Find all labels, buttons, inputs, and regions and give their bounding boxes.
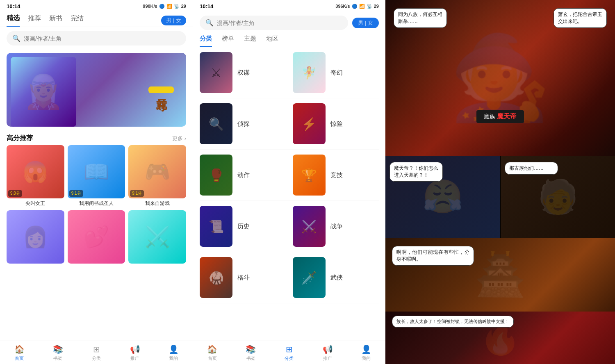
p2-nav-shelf[interactable]: 📚 书架 <box>232 341 270 364</box>
cat-bg-quanmou: ⚔ <box>200 52 232 93</box>
cat-zhanzhen[interactable]: ⚔️ 战争 <box>293 206 379 247</box>
bottom-nav-2: 🏠 首页 📚 书架 ⊞ 分类 📢 推广 👤 我的 <box>193 341 385 364</box>
mine-icon-1: 👤 <box>169 344 179 354</box>
manga-name-2: 我来自游戏 <box>128 200 186 207</box>
search-bar-1[interactable]: 🔍 <box>7 31 186 46</box>
bt-icon-1: 🔵 <box>159 4 165 9</box>
gender-toggle-2[interactable]: 男 | 女 <box>352 18 379 28</box>
cat-name-quanmou: 权谋 <box>237 69 250 77</box>
manga-thumb-0: 😱 9.0分 <box>7 145 64 198</box>
search-input-1[interactable] <box>24 35 180 42</box>
gender-toggle-1[interactable]: 男 | 女 <box>161 16 186 25</box>
battery-1: 29 <box>181 4 186 9</box>
cat-dongzuo[interactable]: 🥊 动作 <box>200 155 286 196</box>
nav-mine-1[interactable]: 👤 我的 <box>154 341 193 364</box>
nav-promo-1[interactable]: 📢 推广 <box>116 341 154 364</box>
cat-thumb-lishi: 📜 <box>200 206 232 247</box>
cat-wuxia[interactable]: 🗡️ 武侠 <box>293 257 379 298</box>
manga-bg-5: ⚔️ <box>128 210 186 264</box>
home-icon-1: 🏠 <box>14 344 25 354</box>
p2-shelf-icon: 📚 <box>246 344 256 354</box>
cat-name-zhentang: 侦探 <box>237 120 250 128</box>
time-1: 10:14 <box>7 3 20 9</box>
cat-gedou[interactable]: 🥋 格斗 <box>200 257 286 298</box>
banner-title: 元尊 <box>148 86 174 93</box>
nav-shelf-1[interactable]: 📚 书架 <box>39 341 77 364</box>
cat-name-qihuan: 奇幻 <box>330 69 343 77</box>
reader-panels: 🧙 同为八族，何必互相厮杀…… 萧玄，把陀舍古帝玉交出来吧。 魔族 魔天帝 😤 <box>385 0 615 364</box>
search-input-2[interactable] <box>217 20 342 26</box>
nav-home-1[interactable]: 🏠 首页 <box>0 341 39 364</box>
nav-shelf-label-1: 书架 <box>53 355 62 362</box>
cat-bg-jingji: 🏆 <box>293 155 326 196</box>
signal-1: 990K/s <box>143 4 157 9</box>
manga-grid-1: 😱 9.0分 尖叫女王 📖 9.1分 我用闲书成圣人 🎮 9.1分 我来自游戏 <box>0 145 193 207</box>
tab-xinshu[interactable]: 新书 <box>49 14 62 26</box>
char-label: 魔族 魔天帝 <box>476 110 524 123</box>
cat-quanmou[interactable]: ⚔ 权谋 <box>200 52 286 93</box>
banner-char-inner: 🧝 <box>11 57 76 127</box>
cat-jingxian[interactable]: ⚡ 惊险 <box>293 103 379 144</box>
p2-promo-icon: 📢 <box>323 344 333 354</box>
manga-item-3[interactable]: 👩 <box>7 210 64 264</box>
gender-nan-2: 男 <box>358 20 363 26</box>
panel-category: 10:14 396K/s 🔵 📶 📡 29 🔍 男 | 女 分类 榜单 主题 地… <box>193 0 385 364</box>
tab-zhuti[interactable]: 主题 <box>244 35 256 47</box>
cat-zhentang[interactable]: 🔍 侦探 <box>200 103 286 144</box>
manga-score-0: 9.0分 <box>8 190 22 197</box>
reader-panel-2: 😤 魔天帝？！你们怎么进入天墓的？！ 🧓 那古族他们…… <box>385 156 615 238</box>
rp2-left-panel: 😤 魔天帝？！你们怎么进入天墓的？！ <box>385 156 500 238</box>
promo-icon-1: 📢 <box>130 344 140 354</box>
cat-lishi[interactable]: 📜 历史 <box>200 206 286 247</box>
status-bar-1: 10:14 990K/s 🔵 📶 📡 29 <box>0 0 193 12</box>
char-name: 魔天帝 <box>497 112 517 121</box>
tab-jingxuan[interactable]: 精选 <box>7 14 20 27</box>
cat-name-dongzuo: 动作 <box>237 171 250 179</box>
banner-1[interactable]: 🧝 元尊 <box>7 53 186 127</box>
p2-mine-icon: 👤 <box>361 344 371 354</box>
tab-bangdan[interactable]: 榜单 <box>222 35 234 47</box>
cat-name-gedou: 格斗 <box>237 274 250 282</box>
bubble-4: 魔天帝？！你们怎么进入天墓的？！ <box>390 162 443 182</box>
manga-item-2[interactable]: 🎮 9.1分 我来自游戏 <box>128 145 186 207</box>
banner-character: 🧝 <box>11 57 76 127</box>
cat-bg-zhanzhen: ⚔️ <box>293 206 326 247</box>
gender-nan: 男 <box>166 17 171 23</box>
tab-tuijian[interactable]: 推荐 <box>28 14 41 26</box>
tab-fenlei[interactable]: 分类 <box>200 35 212 47</box>
tab-diqu[interactable]: 地区 <box>266 35 278 47</box>
cat-jingji[interactable]: 🏆 竞技 <box>293 155 379 196</box>
cat-name-jingji: 竞技 <box>330 171 343 179</box>
manga-item-5[interactable]: ⚔️ <box>128 210 186 264</box>
wifi-icon-2: 📡 <box>367 4 372 9</box>
nav-mine-label-1: 我的 <box>169 355 178 362</box>
cat-thumb-zhanzhen: ⚔️ <box>293 206 326 247</box>
cat-name-zhanzhen: 战争 <box>330 223 343 230</box>
cat-bg-gedou: 🥋 <box>200 257 232 298</box>
section-header-1: 高分推荐 更多 › <box>0 130 193 145</box>
cat-thumb-dongzuo: 🥊 <box>200 155 232 196</box>
manga-item-1[interactable]: 📖 9.1分 我用闲书成圣人 <box>68 145 125 207</box>
cat-qihuan[interactable]: 🧚 奇幻 <box>293 52 379 93</box>
manga-thumb-3: 👩 <box>7 210 64 264</box>
nav-tabs-1: 精选 推荐 新书 完结 男 | 女 <box>0 12 193 27</box>
cat-name-jingxian: 惊险 <box>330 120 343 128</box>
banner-content: 🧝 元尊 <box>7 53 186 127</box>
cat-name-lishi: 历史 <box>237 223 250 230</box>
cat-thumb-jingji: 🏆 <box>293 155 326 196</box>
p2-nav-mine[interactable]: 👤 我的 <box>347 341 385 364</box>
rp2-right-panel: 🧓 那古族他们…… <box>501 156 615 238</box>
manga-item-0[interactable]: 😱 9.0分 尖叫女王 <box>7 145 64 207</box>
status-right-1: 990K/s 🔵 📶 📡 29 <box>143 4 186 9</box>
search-box-2[interactable]: 🔍 <box>200 16 348 30</box>
tab-wanjie[interactable]: 完结 <box>71 14 84 26</box>
p2-nav-category[interactable]: ⊞ 分类 <box>270 341 309 364</box>
nav-category-1[interactable]: ⊞ 分类 <box>77 341 116 364</box>
status-right-2: 396K/s 🔵 📶 📡 29 <box>335 4 379 9</box>
p2-nav-promo[interactable]: 📢 推广 <box>308 341 347 364</box>
more-link-1[interactable]: 更多 › <box>172 135 186 142</box>
nav-promo-label-1: 推广 <box>130 355 139 362</box>
cat-bg-qihuan: 🧚 <box>293 52 326 93</box>
manga-item-4[interactable]: 💕 <box>68 210 125 264</box>
p2-nav-home[interactable]: 🏠 首页 <box>193 341 232 364</box>
